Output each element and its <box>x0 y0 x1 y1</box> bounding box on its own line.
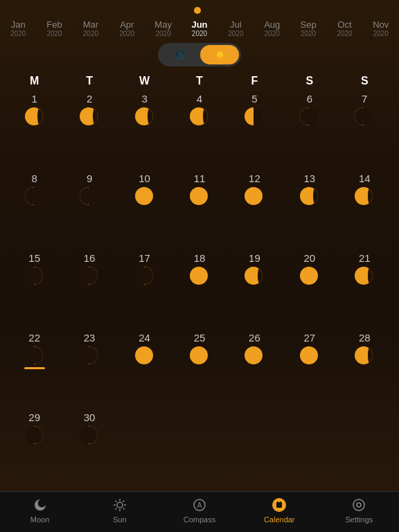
moon-phase-icon <box>355 107 374 127</box>
nav-item-settings[interactable]: Settings <box>319 497 399 524</box>
moon-phase-icon <box>80 107 99 127</box>
nav-label: Moon <box>30 515 50 524</box>
month-item-feb[interactable]: Feb2020 <box>36 18 72 39</box>
calendar-day[interactable]: 17 <box>117 249 172 289</box>
month-item-oct[interactable]: Oct2020 <box>326 18 362 39</box>
moon-phase-icon <box>190 267 209 286</box>
sun-toggle[interactable]: ☀️ <box>200 45 239 64</box>
today-indicator <box>24 367 45 369</box>
calendar-day[interactable]: 2 <box>62 90 116 130</box>
moon-phase-icon <box>80 267 99 286</box>
calendar-day[interactable]: 7 <box>337 90 392 130</box>
header-title <box>0 7 399 14</box>
svg-point-16 <box>357 503 361 507</box>
moon-phase-icon <box>135 346 154 366</box>
calendar-day <box>227 409 282 414</box>
calendar-day[interactable]: 27 <box>282 329 337 369</box>
moon-toggle[interactable]: 🌑 <box>160 45 199 64</box>
nav-item-compass[interactable]: ACompass <box>159 497 239 524</box>
month-item-nov[interactable]: Nov2020 <box>363 18 399 39</box>
moon-phase-icon <box>245 267 264 286</box>
moon-phase-icon <box>245 187 264 206</box>
day-number: 29 <box>28 411 40 423</box>
calendar-day[interactable]: 4 <box>172 90 227 130</box>
calendar-day[interactable]: 28 <box>337 329 392 369</box>
calendar-day[interactable]: 6 <box>282 90 337 130</box>
day-header-t: T <box>62 75 116 87</box>
month-item-jul[interactable]: Jul2020 <box>218 18 254 39</box>
day-number: 9 <box>87 172 92 184</box>
day-number: 2 <box>87 93 92 105</box>
day-header-f: F <box>227 75 282 87</box>
calendar-day[interactable]: 22 <box>7 329 62 372</box>
moon-phase-icon <box>135 187 154 206</box>
calendar-day[interactable]: 1 <box>7 90 62 130</box>
moon-phase-icon <box>300 267 319 286</box>
day-number: 1 <box>32 93 37 105</box>
month-item-jan[interactable]: Jan2020 <box>0 18 36 39</box>
day-number: 4 <box>197 93 202 105</box>
nav-item-moon[interactable]: Moon <box>0 497 80 524</box>
calendar-day[interactable]: 9 <box>62 170 116 209</box>
moon-phase-icon <box>300 346 319 366</box>
calendar-day[interactable]: 23 <box>62 329 116 369</box>
calendar-day[interactable]: 8 <box>7 170 62 209</box>
moon-phase-icon <box>245 346 264 366</box>
calendar-day[interactable]: 10 <box>117 170 172 209</box>
day-number: 28 <box>359 332 371 344</box>
view-toggle[interactable]: 🌑 ☀️ <box>158 43 241 66</box>
calendar-day[interactable]: 25 <box>172 329 227 369</box>
calendar-day[interactable]: 26 <box>227 329 282 369</box>
calendar-day[interactable]: 20 <box>282 249 337 289</box>
month-item-sep[interactable]: Sep2020 <box>290 18 326 39</box>
day-number: 13 <box>304 172 316 184</box>
day-number: 5 <box>251 93 257 105</box>
calendar-day[interactable]: 19 <box>227 249 282 289</box>
day-headers: MTWTFSS <box>0 69 399 90</box>
calendar-day[interactable]: 13 <box>282 170 337 209</box>
moon-phase-icon <box>80 426 99 445</box>
moon-phase-icon <box>25 426 44 445</box>
moon-phase-icon <box>300 187 319 206</box>
moon-icon <box>33 497 48 513</box>
calendar-day <box>117 409 172 414</box>
nav-item-sun[interactable]: Sun <box>80 497 159 524</box>
month-item-may[interactable]: May2020 <box>145 18 181 39</box>
month-scroll: Jan2020Feb2020Mar2020Apr2020May2020Jun20… <box>0 17 399 39</box>
day-number: 21 <box>359 252 371 264</box>
calendar-day[interactable]: 12 <box>227 170 282 209</box>
month-item-mar[interactable]: Mar2020 <box>73 18 109 39</box>
calendar-week-1: 1234567 <box>7 90 392 170</box>
calendar-day[interactable]: 3 <box>117 90 172 130</box>
month-item-apr[interactable]: Apr2020 <box>109 18 145 39</box>
calendar-day[interactable]: 14 <box>337 170 392 209</box>
moon-phase-icon <box>25 267 44 286</box>
month-item-aug[interactable]: Aug2020 <box>254 18 290 39</box>
location-icon <box>194 7 201 14</box>
day-header-t: T <box>172 75 227 87</box>
toggle-row: 🌑 ☀️ <box>0 39 399 69</box>
calendar-day[interactable]: 15 <box>7 249 62 289</box>
moon-phase-icon <box>190 107 209 127</box>
moon-phase-icon <box>190 187 209 206</box>
svg-point-0 <box>117 502 123 508</box>
bottom-nav: MoonSunACompassCalendarSettings <box>0 491 399 532</box>
nav-label: Compass <box>184 515 215 524</box>
svg-rect-12 <box>276 502 282 508</box>
svg-line-5 <box>115 501 116 502</box>
day-number: 24 <box>139 332 150 344</box>
calendar-day[interactable]: 18 <box>172 249 227 289</box>
calendar-day[interactable]: 21 <box>337 249 392 289</box>
nav-item-calendar[interactable]: Calendar <box>240 497 319 524</box>
calendar-day[interactable]: 29 <box>7 409 62 448</box>
calendar-day[interactable]: 30 <box>62 409 116 448</box>
day-header-w: W <box>117 75 172 87</box>
month-item-jun[interactable]: Jun2020 <box>181 18 218 39</box>
calendar-day[interactable]: 5 <box>227 90 282 130</box>
day-number: 11 <box>194 172 206 184</box>
calendar-day[interactable]: 24 <box>117 329 172 369</box>
calendar-day <box>172 409 227 414</box>
calendar-day[interactable]: 11 <box>172 170 227 209</box>
calendar-day[interactable]: 16 <box>62 249 116 289</box>
day-header-s: S <box>282 75 337 87</box>
